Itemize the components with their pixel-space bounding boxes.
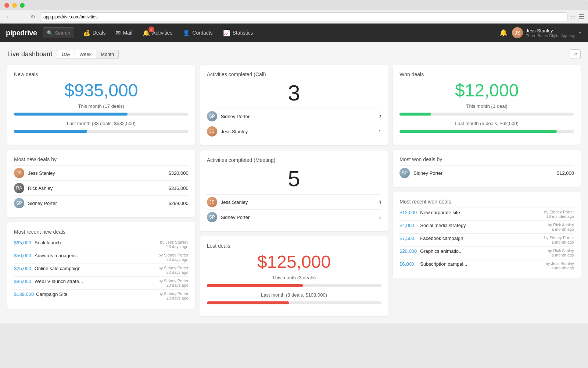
nav-label-contacts: Contacts (192, 30, 212, 36)
col-left: New deals $935,000 This month (17 deals)… (7, 65, 195, 316)
back-button[interactable]: ← (4, 13, 13, 21)
browser-menu-button[interactable]: ☰ (578, 13, 584, 21)
avatar-jess-3: JS (207, 197, 217, 207)
search-box[interactable]: 🔍 Search (43, 27, 74, 38)
minimize-button[interactable] (12, 3, 17, 8)
nav-item-deals[interactable]: 💰 Deals (78, 24, 111, 42)
deal-meta-2: by Sidney Porter23 days ago (158, 253, 188, 262)
meeting-person-2: SP Sidney Porter 1 (207, 209, 381, 224)
won-meta-1: by Sidney Porter16 minutes ago (544, 210, 574, 219)
most-new-person-1: JS Jess Stanley $320,000 (14, 165, 189, 180)
meeting-name-2: Sidney Porter (221, 215, 375, 220)
export-button[interactable]: ↗ (570, 49, 581, 59)
won-name-1: New corporate site (420, 210, 542, 215)
avatar-sidney-4: SP (399, 168, 410, 178)
chevron-down-icon: ▼ (578, 30, 582, 35)
deal-amount-2: $50,000 (14, 253, 32, 258)
most-new-deals-title: Most new deals by (14, 156, 189, 162)
lost-deals-title: Lost deals (207, 243, 381, 249)
user-text: Jess Stanley Three Bears Digital Agency (526, 28, 575, 38)
bookmark-icon: ☆ (570, 13, 576, 20)
won-person-name-1: Sidney Porter (413, 170, 553, 176)
activities-badge: 5 (148, 26, 154, 32)
won-meta-4: by Rick Ashleya month ago (548, 248, 574, 257)
deal-name-5: Campaign Site (36, 291, 156, 297)
won-deal-4: $20,000 Graphics animatio... by Rick Ash… (399, 246, 574, 259)
refresh-button[interactable]: ↻ (29, 13, 37, 21)
won-deal-5: $6,000 Subscription campai... by Jess St… (399, 259, 574, 272)
new-deals-this-month: This month (17 deals) (14, 103, 189, 109)
user-info[interactable]: JS Jess Stanley Three Bears Digital Agen… (512, 27, 582, 38)
deal-name-4: WebTV launch strate... (35, 279, 156, 284)
avatar-sidney-2: SP (207, 111, 217, 121)
avatar-jess-2: JS (207, 126, 217, 137)
new-deals-title: New deals (14, 71, 189, 77)
recent-deal-3: $25,000 Online sale campaign by Sidney P… (14, 263, 189, 276)
nav-label-deals: Deals (93, 30, 106, 36)
person-name-sidney-1: Sidney Porter (28, 201, 165, 206)
nav-label-activities: Activities (152, 30, 172, 36)
close-button[interactable] (4, 3, 9, 8)
most-won-deals-title: Most won deals by (399, 156, 574, 162)
new-deals-this-month-bar (14, 113, 189, 116)
search-icon: 🔍 (47, 30, 53, 36)
lost-deals-this-month: This month (2 deals) (207, 275, 381, 280)
recent-deal-5: $139,000 Campaign Site by Sidney Porter2… (14, 289, 189, 302)
contacts-icon: 👤 (183, 29, 190, 36)
statistics-icon: 📈 (223, 29, 230, 36)
won-deals-last-month-bar (399, 130, 574, 133)
won-deals-title: Won deals (399, 71, 574, 77)
meeting-value-2: 1 (379, 215, 381, 220)
new-deals-last-month: Last month (33 deals, $532,500) (14, 121, 189, 126)
won-name-2: Social media strategy (420, 223, 545, 228)
person-value-sidney-1: $299,000 (168, 201, 188, 206)
time-btn-month[interactable]: Month (96, 50, 119, 59)
lost-deals-this-month-bar (207, 284, 381, 287)
avatar-sidney-3: SP (207, 212, 217, 222)
browser-toolbar: ← → ↻ ☆ ☰ (0, 10, 588, 24)
new-deals-card: New deals $935,000 This month (17 deals)… (7, 65, 195, 145)
nav-label-statistics: Statistics (233, 30, 253, 36)
nav-items: 💰 Deals ✉ Mail 🔔 5 Activities 👤 Contacts (78, 24, 499, 42)
lost-deals-last-month-bar (207, 301, 381, 304)
won-name-4: Graphics animatio... (420, 248, 545, 254)
time-btn-day[interactable]: Day (57, 50, 75, 59)
mail-icon: ✉ (116, 29, 121, 36)
won-deals-last-month: Last month (5 deals, $62,500) (399, 121, 574, 126)
most-won-person-1: SP Sidney Porter $12,000 (399, 165, 574, 180)
browser-titlebar (0, 0, 588, 10)
activities-call-title: Activities completed (Call) (207, 71, 381, 77)
nav-item-activities[interactable]: 🔔 5 Activities (137, 24, 178, 42)
won-meta-3: by Sidney Portera month ago (544, 236, 574, 244)
new-deals-last-month-bar (14, 130, 189, 133)
won-amount-1: $12,000 (399, 210, 418, 215)
call-person-2: JS Jess Stanley 1 (207, 124, 381, 139)
time-btn-week[interactable]: Week (75, 50, 96, 59)
person-name-jess-1: Jess Stanley (28, 170, 165, 176)
deal-meta-1: by Jess Stanley23 days ago (160, 240, 189, 249)
recent-deal-4: $85,000 WebTV launch strate... by Sidney… (14, 276, 189, 289)
nav-item-statistics[interactable]: 📈 Statistics (218, 24, 258, 42)
won-meta-5: by Jess Stanleya month ago (546, 261, 574, 270)
person-value-rick: $316,000 (168, 185, 188, 191)
nav-item-mail[interactable]: ✉ Mail (111, 24, 137, 42)
dashboard-title: Live dashboard (7, 50, 53, 58)
lost-deals-amount: $125,000 (207, 252, 381, 272)
forward-button[interactable]: → (16, 13, 26, 21)
won-deal-1: $12,000 New corporate site by Sidney Por… (399, 208, 574, 220)
nav-right: 🔔 JS Jess Stanley Three Bears Digital Ag… (499, 27, 582, 38)
call-person-1: SP Sidney Porter 2 (207, 109, 381, 124)
bell-icon[interactable]: 🔔 (499, 29, 508, 37)
call-name-1: Sidney Porter (221, 114, 375, 119)
avatar-jess-1: JS (14, 168, 24, 178)
recent-new-deals-card: Most recent new deals $65,000 Book launc… (7, 222, 195, 309)
recent-won-deals-card: Most recent won deals $12,000 New corpor… (393, 192, 581, 279)
address-bar[interactable] (40, 13, 567, 21)
deal-amount-3: $25,000 (14, 266, 32, 271)
won-amount-2: $4,000 (399, 223, 418, 228)
meeting-person-1: JS Jess Stanley 4 (207, 194, 381, 209)
recent-deal-1: $65,000 Book launch by Jess Stanley23 da… (14, 238, 189, 251)
nav-item-contacts[interactable]: 👤 Contacts (178, 24, 218, 42)
maximize-button[interactable] (20, 3, 25, 8)
col-right: Won deals $12,000 This month (1 deal) La… (393, 65, 581, 316)
